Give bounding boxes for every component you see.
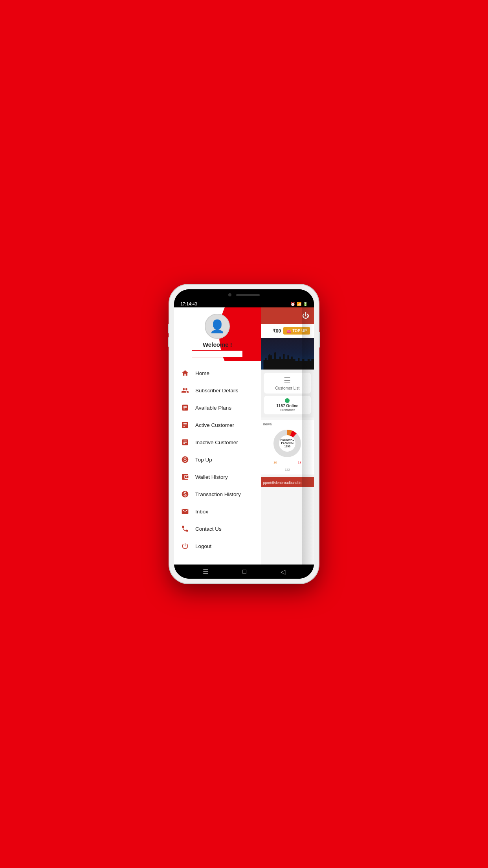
online-count: 1157 Online (266, 404, 308, 408)
nav-label-contact-us: Contact Us (195, 526, 222, 532)
avatar: 👤 (205, 314, 230, 339)
topup-label: TOP UP (292, 329, 307, 333)
camera (228, 293, 231, 296)
nav-label-subscriber-details: Subscriber Details (195, 388, 238, 394)
home-icon (180, 368, 190, 378)
stats-section: ☰ Customer List 1157 Online Customer (261, 370, 314, 417)
wallet-icon-small: 👛 (286, 329, 291, 333)
contact-icon (180, 524, 190, 533)
topup-banner: ₹00 👛 TOP UP (261, 324, 314, 338)
nav-label-inbox: Inbox (195, 509, 208, 515)
speaker (236, 294, 260, 296)
renewal-pending-text: RENEWALPENDING1290 (281, 438, 294, 448)
nav-item-active-customer[interactable]: Active Customer (174, 416, 261, 434)
status-alarm-icon: ⏰ (290, 302, 295, 306)
wallet-icon (180, 472, 190, 482)
username-bar (192, 350, 243, 357)
phone-frame: 17:14:43 ⏰ 📶 🔋 👤 Welcome ! (169, 285, 319, 583)
main-topbar: ⏻ (261, 307, 314, 324)
drawer-header: 👤 Welcome ! (174, 307, 261, 361)
main-content-area: ⏻ ₹00 👛 TOP UP ☰ (261, 307, 314, 565)
status-battery-icon: 🔋 (303, 302, 308, 306)
city-silhouette (261, 346, 314, 370)
status-data-icon: 📶 (297, 302, 301, 306)
transaction-icon (180, 489, 190, 499)
status-icons: ⏰ 📶 🔋 (290, 302, 308, 306)
user-icon: 👤 (209, 319, 225, 334)
nav-item-logout[interactable]: Logout (174, 537, 261, 555)
topbar-power-icon[interactable]: ⏻ (302, 312, 309, 320)
volume-up-button[interactable] (168, 324, 169, 333)
nav-label-available-plans: Available Plans (195, 405, 231, 411)
nav-item-top-up[interactable]: Top Up (174, 451, 261, 468)
power-side-button[interactable] (319, 332, 320, 348)
nav-label-top-up: Top Up (195, 457, 212, 463)
nav-item-available-plans[interactable]: Available Plans (174, 399, 261, 416)
online-label: Customer (266, 408, 308, 412)
wallet-amount: ₹00 (273, 328, 281, 334)
renewal-section: newal RENEWALPENDING1290 (261, 420, 314, 474)
nav-label-home: Home (195, 370, 209, 376)
nav-label-logout: Logout (195, 543, 211, 549)
plans-icon (180, 403, 190, 412)
topup-button[interactable]: 👛 TOP UP (283, 327, 310, 335)
nav-item-inbox[interactable]: Inbox (174, 503, 261, 520)
home-button[interactable]: □ (242, 568, 246, 575)
nav-item-contact-us[interactable]: Contact Us (174, 520, 261, 537)
nav-label-inactive-customer: Inactive Customer (195, 440, 238, 445)
nav-item-home[interactable]: Home (174, 364, 261, 382)
renewal-title: newal (263, 422, 312, 426)
renewal-chart: RENEWALPENDING1290 (272, 428, 303, 459)
list-icon: ☰ (267, 376, 308, 385)
nav-label-wallet-history: Wallet History (195, 474, 228, 480)
back-button[interactable]: ◁ (281, 568, 285, 576)
navigation-drawer: 👤 Welcome ! Home (174, 307, 261, 565)
phone-speaker-area (174, 289, 314, 300)
footer-email: pport@denbroadband.in (263, 481, 301, 485)
nav-list: Home Subscriber Details (174, 361, 261, 565)
customer-list-card[interactable]: ☰ Customer List (264, 373, 311, 394)
bottom-nav: ☰ □ ◁ (174, 565, 314, 579)
menu-icon[interactable]: ☰ (203, 568, 208, 576)
nav-item-subscriber-details[interactable]: Subscriber Details (174, 382, 261, 399)
subscriber-icon (180, 386, 190, 395)
inbox-icon (180, 507, 190, 516)
main-screen: 👤 Welcome ! Home (174, 307, 314, 565)
topup-icon (180, 455, 190, 464)
volume-down-button[interactable] (168, 337, 169, 347)
active-customer-icon (180, 420, 190, 430)
phone-screen: 17:14:43 ⏰ 📶 🔋 👤 Welcome ! (174, 289, 314, 579)
online-indicator (285, 398, 290, 403)
nav-item-transaction-history[interactable]: Transaction History (174, 485, 261, 503)
nav-item-inactive-customer[interactable]: Inactive Customer (174, 434, 261, 451)
status-bar: 17:14:43 ⏰ 📶 🔋 (174, 300, 314, 307)
nav-label-transaction-history: Transaction History (195, 491, 241, 497)
segment-label-16: 16 (273, 461, 277, 464)
city-image (261, 338, 314, 370)
status-time: 17:14:43 (180, 302, 197, 306)
inactive-customer-icon (180, 438, 190, 447)
nav-label-active-customer: Active Customer (195, 422, 234, 428)
segment-label-122: 122 (285, 468, 290, 471)
nav-item-wallet-history[interactable]: Wallet History (174, 468, 261, 485)
customer-list-label: Customer List (267, 386, 308, 390)
footer-bar: pport@denbroadband.in (261, 477, 314, 487)
online-customer-card[interactable]: 1157 Online Customer (264, 396, 311, 414)
logout-icon (180, 541, 190, 551)
welcome-text: Welcome ! (179, 341, 256, 348)
segment-label-18: 18 (298, 461, 301, 464)
